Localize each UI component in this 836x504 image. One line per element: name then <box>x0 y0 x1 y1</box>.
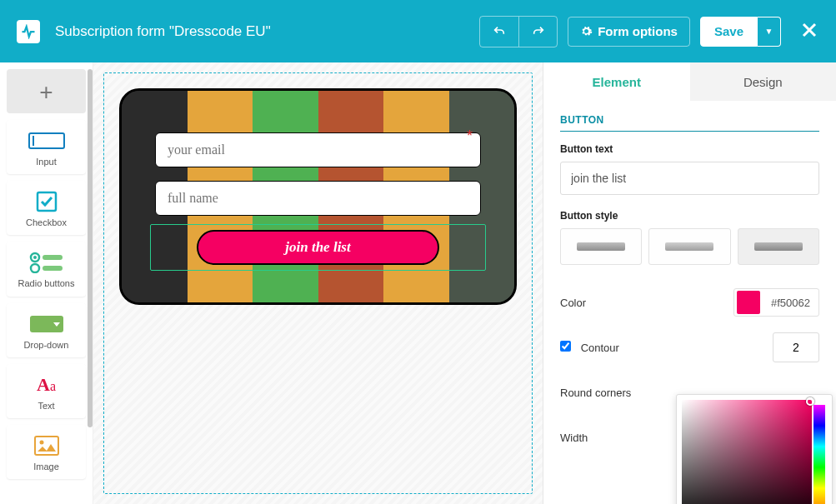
main: + Input Checkbox Radio buttons Drop-down… <box>0 62 836 504</box>
contour-row: Contour <box>560 325 819 370</box>
fullname-field[interactable] <box>155 181 481 216</box>
color-label: Color <box>560 297 586 309</box>
color-swatch <box>737 291 760 314</box>
form-canvas[interactable]: * join the list <box>103 72 533 494</box>
palette-radio[interactable]: Radio buttons <box>7 242 86 296</box>
color-value: #f50062 <box>763 297 818 309</box>
palette-checkbox[interactable]: Checkbox <box>7 181 86 235</box>
color-picker-popup[interactable] <box>676 394 833 504</box>
palette-label: Text <box>38 401 54 412</box>
canvas-area: * join the list <box>93 62 543 504</box>
contour-value-input[interactable] <box>773 332 819 362</box>
palette-label: Checkbox <box>26 217 67 228</box>
svg-rect-9 <box>35 437 58 455</box>
form-preview: * join the list <box>119 88 517 305</box>
palette-label: Radio buttons <box>18 278 75 289</box>
top-bar: Subscription form "Dresscode EU" Form op… <box>0 0 836 62</box>
add-element-button[interactable]: + <box>7 69 86 113</box>
saturation-value-panel[interactable] <box>682 400 812 504</box>
save-group: Save ▼ <box>700 17 781 47</box>
form-options-button[interactable]: Form options <box>568 17 690 47</box>
button-style-label: Button style <box>560 210 819 222</box>
color-picker-trigger[interactable]: #f50062 <box>733 288 819 317</box>
palette-scrollbar[interactable] <box>88 69 93 504</box>
app-logo <box>17 20 40 43</box>
gear-icon <box>580 25 593 37</box>
save-button[interactable]: Save <box>700 17 758 47</box>
section-title: BUTTON <box>560 114 819 132</box>
palette-label: Image <box>33 462 59 472</box>
checkbox-icon <box>36 189 58 214</box>
svg-point-4 <box>33 256 37 259</box>
button-style-options <box>560 228 819 265</box>
selected-element-outline: join the list <box>150 224 486 271</box>
text-icon: Aa <box>37 372 56 397</box>
close-icon <box>799 20 819 40</box>
palette-text[interactable]: Aa Text <box>7 364 86 418</box>
page-title: Subscription form "Dresscode EU" <box>55 23 479 40</box>
palette-input[interactable]: Input <box>7 120 86 174</box>
color-row: Color #f50062 <box>560 280 819 325</box>
element-palette: + Input Checkbox Radio buttons Drop-down… <box>0 62 93 504</box>
top-actions: Form options Save ▼ <box>479 16 819 47</box>
button-text-label: Button text <box>560 143 819 155</box>
svg-rect-5 <box>43 255 63 260</box>
props-tabs: Element Design <box>543 62 836 101</box>
palette-image[interactable]: Image <box>7 425 86 479</box>
undo-redo-group <box>479 16 558 47</box>
close-button[interactable] <box>799 20 819 42</box>
contour-label: Contour <box>560 341 619 354</box>
svg-point-10 <box>39 440 43 444</box>
palette-label: Input <box>36 157 56 167</box>
svg-rect-1 <box>33 136 34 146</box>
hue-slider[interactable] <box>813 405 825 504</box>
tab-element[interactable]: Element <box>543 62 690 101</box>
palette-label: Drop-down <box>24 340 69 351</box>
svg-rect-7 <box>43 266 63 271</box>
radio-icon <box>28 250 65 275</box>
plus-icon: + <box>39 79 53 106</box>
palette-dropdown[interactable]: Drop-down <box>7 303 86 357</box>
style-option-3[interactable] <box>738 228 819 265</box>
image-icon <box>34 433 59 458</box>
contour-checkbox[interactable] <box>560 341 571 352</box>
style-option-1[interactable] <box>560 228 642 265</box>
width-label: Width <box>560 432 588 444</box>
svg-point-6 <box>31 264 39 272</box>
properties-panel: Element Design BUTTON Button text Button… <box>543 62 836 504</box>
join-button[interactable]: join the list <box>197 230 440 265</box>
dropdown-icon <box>30 312 63 337</box>
required-marker: * <box>467 127 473 145</box>
button-text-input[interactable] <box>560 162 819 195</box>
form-options-label: Form options <box>598 24 678 38</box>
svg-rect-0 <box>29 133 64 148</box>
email-field[interactable] <box>155 132 481 167</box>
style-option-2[interactable] <box>648 228 730 265</box>
tab-design[interactable]: Design <box>690 62 837 101</box>
save-dropdown-button[interactable]: ▼ <box>758 17 781 47</box>
round-label: Round corners <box>560 387 631 399</box>
undo-button[interactable] <box>480 17 518 47</box>
redo-button[interactable] <box>518 17 557 47</box>
input-icon <box>28 128 65 153</box>
